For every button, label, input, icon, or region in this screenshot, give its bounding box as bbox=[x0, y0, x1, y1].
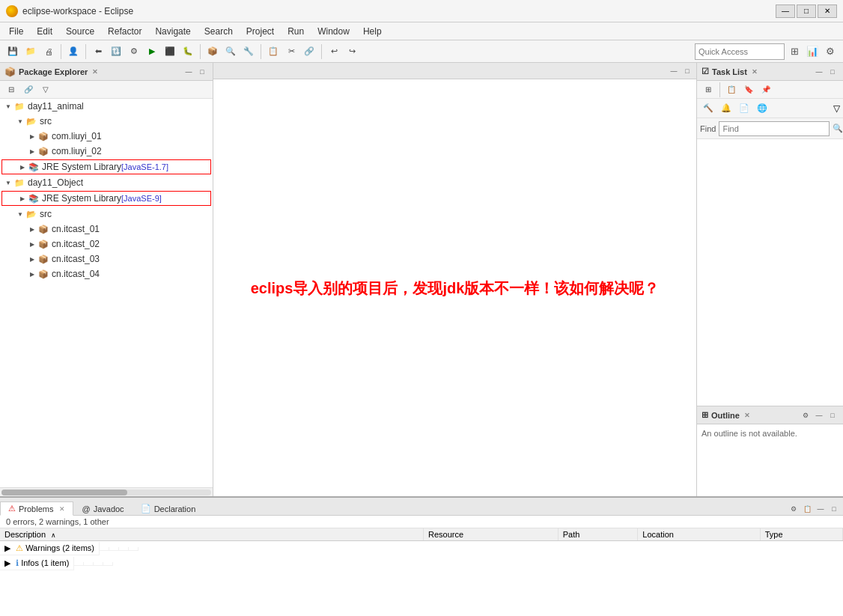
new-button[interactable]: 💾 bbox=[4, 43, 21, 60]
bottom-collapse-button[interactable]: 📋 bbox=[801, 503, 813, 515]
tree-item-com-liuyi-02[interactable]: 📦 com.liuyi_02 bbox=[0, 144, 213, 159]
find-search-icon[interactable]: 🔍 bbox=[833, 123, 843, 133]
tab-javadoc[interactable]: @ Javadoc bbox=[73, 502, 132, 515]
outline-maximize-button[interactable]: □ bbox=[827, 409, 839, 421]
col-location[interactable]: Location bbox=[638, 528, 760, 541]
tree-item-day11-animal[interactable]: 📁 day11_animal bbox=[0, 99, 213, 114]
toolbar-btn-15[interactable]: ↪ bbox=[344, 43, 360, 60]
toolbar-btn-8[interactable]: 📦 bbox=[204, 43, 221, 60]
toolbar-btn-2[interactable]: 👤 bbox=[65, 43, 82, 60]
pkg-view-menu-button[interactable]: ▽ bbox=[37, 82, 54, 98]
menu-item-refactor[interactable]: Refactor bbox=[102, 25, 147, 38]
task-btn-3[interactable]: 📌 bbox=[758, 82, 774, 98]
tree-arrow-jre-2[interactable] bbox=[17, 195, 28, 202]
bottom-settings-button[interactable]: ⚙ bbox=[788, 503, 800, 515]
task-btn-2[interactable]: 🔖 bbox=[740, 82, 757, 98]
task-btn-1[interactable]: 📋 bbox=[723, 82, 740, 98]
tree-item-com-liuyi-01[interactable]: 📦 com.liuyi_01 bbox=[0, 129, 213, 144]
toolbar-btn-12[interactable]: ✂ bbox=[283, 43, 299, 60]
tree-arrow-src2[interactable] bbox=[15, 210, 25, 218]
tree-arrow-src1[interactable] bbox=[15, 118, 25, 125]
task-icon-3[interactable]: 📄 bbox=[736, 100, 752, 117]
tree-arrow-cn-02[interactable] bbox=[27, 240, 37, 248]
toolbar-btn-7[interactable]: 🐛 bbox=[180, 43, 196, 60]
tree-item-cn-itcast-01[interactable]: 📦 cn.itcast_01 bbox=[0, 222, 213, 237]
menu-item-help[interactable]: Help bbox=[357, 25, 388, 38]
menu-item-window[interactable]: Window bbox=[311, 25, 356, 38]
editor-maximize-button[interactable]: □ bbox=[681, 65, 693, 77]
task-minimize-button[interactable]: — bbox=[813, 66, 825, 78]
toolbar-btn-6[interactable]: ⬛ bbox=[162, 43, 178, 60]
task-maximize-button[interactable]: □ bbox=[827, 66, 839, 78]
tree-arrow-cn-01[interactable] bbox=[27, 225, 37, 233]
tree-arrow-day11-object[interactable] bbox=[3, 179, 13, 186]
package-explorer-title: 📦 Package Explorer ✕ bbox=[4, 67, 98, 77]
tree-arrow-cn-03[interactable] bbox=[27, 255, 37, 263]
menu-item-navigate[interactable]: Navigate bbox=[149, 25, 196, 38]
toolbar-icon-btn-2[interactable]: 📊 bbox=[804, 43, 821, 60]
find-input[interactable] bbox=[719, 121, 830, 136]
task-new-button[interactable]: ⊞ bbox=[700, 82, 716, 98]
editor-text-line1: eclips导入别的项目后，发现jdk版本不一样！该如何解决呢？ bbox=[251, 280, 660, 296]
col-path[interactable]: Path bbox=[558, 528, 638, 541]
toolbar-btn-11[interactable]: 📋 bbox=[265, 43, 281, 60]
toolbar-btn-14[interactable]: ↩ bbox=[326, 43, 342, 60]
task-icon-4[interactable]: 🌐 bbox=[754, 100, 770, 117]
save-button[interactable]: 📁 bbox=[22, 43, 39, 60]
tree-item-cn-itcast-04[interactable]: 📦 cn.itcast_04 bbox=[0, 266, 213, 281]
col-resource[interactable]: Resource bbox=[424, 528, 559, 541]
tree-item-jre-1[interactable]: 📚 JRE System Library [JavaSE-1.7] bbox=[1, 159, 211, 174]
toolbar-icon-btn-3[interactable]: ⚙ bbox=[822, 43, 839, 60]
outline-settings-button[interactable]: ⚙ bbox=[800, 409, 812, 421]
menu-item-project[interactable]: Project bbox=[240, 25, 280, 38]
editor-minimize-button[interactable]: — bbox=[668, 65, 680, 77]
tab-problems[interactable]: ⚠ Problems ✕ bbox=[0, 501, 73, 516]
toolbar-btn-13[interactable]: 🔗 bbox=[301, 43, 317, 60]
tree-arrow-day11-animal[interactable] bbox=[3, 103, 13, 110]
toolbar-btn-10[interactable]: 🔧 bbox=[240, 43, 257, 60]
menu-item-search[interactable]: Search bbox=[198, 25, 239, 38]
maximize-button[interactable]: □ bbox=[797, 4, 816, 18]
tree-arrow-cn-04[interactable] bbox=[27, 270, 37, 278]
toolbar-btn-4[interactable]: 🔃 bbox=[108, 43, 124, 60]
tree-scrollbar-h[interactable] bbox=[0, 487, 213, 496]
menu-item-file[interactable]: File bbox=[3, 25, 29, 38]
maximize-panel-button[interactable]: □ bbox=[196, 66, 208, 78]
toolbar-btn-9[interactable]: 🔍 bbox=[222, 43, 239, 60]
row-expand-arrow[interactable]: ▶ bbox=[4, 543, 10, 552]
table-row-infos[interactable]: ▶ ℹ Infos (1 item) bbox=[0, 556, 424, 571]
table-row-warnings[interactable]: ▶ ⚠ Warnings (2 items) bbox=[0, 541, 424, 556]
col-type[interactable]: Type bbox=[760, 528, 842, 541]
minimize-panel-button[interactable]: — bbox=[183, 66, 195, 78]
minimize-button[interactable]: — bbox=[776, 4, 795, 18]
close-button[interactable]: ✕ bbox=[818, 4, 837, 18]
outline-minimize-button[interactable]: — bbox=[813, 409, 825, 421]
menu-item-edit[interactable]: Edit bbox=[31, 25, 58, 38]
toolbar-btn-3[interactable]: ⬅ bbox=[90, 43, 106, 60]
tree-arrow-com-liuyi-01[interactable] bbox=[27, 132, 37, 140]
tree-item-src1[interactable]: 📂 src bbox=[0, 114, 213, 129]
perspectives-button[interactable]: ⊞ bbox=[786, 43, 803, 60]
task-icon-2[interactable]: 🔔 bbox=[718, 100, 734, 117]
run-button[interactable]: ▶ bbox=[144, 43, 160, 60]
task-icon-1[interactable]: 🔨 bbox=[700, 100, 716, 117]
tree-item-cn-itcast-02[interactable]: 📦 cn.itcast_02 bbox=[0, 237, 213, 251]
bottom-minimize-button[interactable]: — bbox=[815, 503, 827, 515]
tree-item-jre-2[interactable]: 📚 JRE System Library [JavaSE-9] bbox=[1, 191, 211, 206]
tree-item-src2[interactable]: 📂 src bbox=[0, 207, 213, 222]
tree-arrow-com-liuyi-02[interactable] bbox=[27, 147, 37, 155]
col-description[interactable]: Description ∧ bbox=[0, 528, 424, 541]
tree-item-day11-object[interactable]: 📁 day11_Object bbox=[0, 175, 213, 190]
tree-item-cn-itcast-03[interactable]: 📦 cn.itcast_03 bbox=[0, 251, 213, 266]
link-with-editor-button[interactable]: 🔗 bbox=[20, 82, 37, 98]
quick-access-input[interactable] bbox=[695, 43, 785, 60]
menu-item-run[interactable]: Run bbox=[281, 25, 310, 38]
menu-item-source[interactable]: Source bbox=[60, 25, 100, 38]
bottom-maximize-button[interactable]: □ bbox=[828, 503, 840, 515]
tab-declaration[interactable]: 📄 Declaration bbox=[133, 501, 204, 515]
tree-arrow-jre-1[interactable] bbox=[17, 163, 28, 171]
collapse-all-button[interactable]: ⊟ bbox=[3, 82, 19, 98]
toolbar-btn-5[interactable]: ⚙ bbox=[126, 43, 142, 60]
print-button[interactable]: 🖨 bbox=[40, 43, 57, 60]
row-expand-arrow-2[interactable]: ▶ bbox=[4, 558, 10, 567]
